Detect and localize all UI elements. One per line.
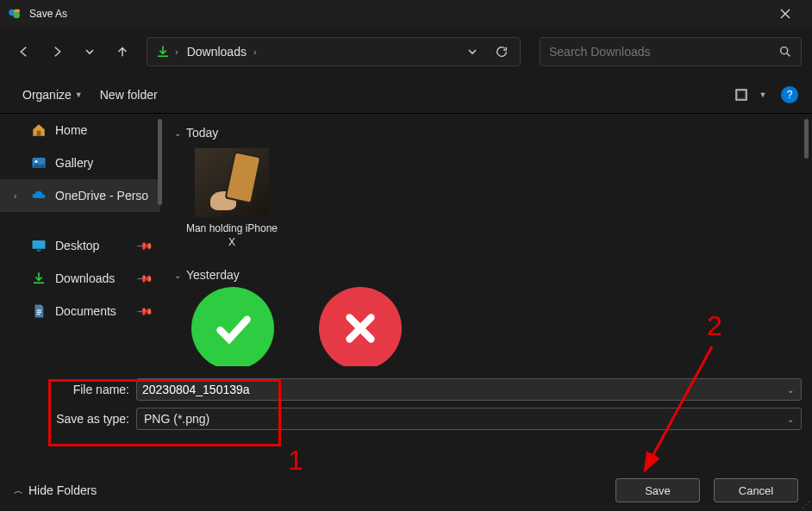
pin-icon: 📌 [136,270,154,288]
sidebar-label: Documents [55,304,116,318]
new-folder-button[interactable]: New folder [91,83,166,107]
svg-rect-10 [33,240,46,249]
content-scrollbar[interactable] [804,119,809,159]
new-folder-label: New folder [100,88,158,102]
chevron-right-icon: › [253,47,257,57]
chevron-right-icon[interactable]: › [14,191,16,201]
downloads-location-icon [151,40,175,64]
breadcrumb-current[interactable]: Downloads [187,45,247,59]
chevron-down-icon: ▼ [759,90,767,99]
filename-field-wrap[interactable]: ⌄ [136,378,802,401]
group-header-today[interactable]: ⌄ Today [174,121,798,148]
organize-label: Organize [22,88,72,102]
view-dropdown[interactable]: ▼ [755,81,771,109]
save-button[interactable]: Save [615,478,700,502]
dialog-footer: ︿ Hide Folders Save Cancel [0,470,812,511]
file-thumbnail [195,148,269,217]
forward-button[interactable] [43,38,71,65]
close-button[interactable] [765,0,805,28]
app-icon [7,6,22,22]
navigation-bar: › Downloads › [0,28,812,76]
chevron-down-icon: ⌄ [787,414,794,424]
file-list: ⌄ Today Man holding iPhone X ⌄ Yesterday [160,114,812,366]
filename-label: File name: [10,383,136,396]
refresh-button[interactable] [487,39,516,65]
svg-rect-13 [37,312,41,313]
help-button[interactable]: ? [781,86,798,103]
desktop-icon [31,238,47,253]
search-box[interactable] [540,37,802,66]
svg-point-9 [35,160,38,163]
window-title: Save As [29,8,765,20]
chevron-down-icon: ⌄ [174,271,181,280]
back-button[interactable] [10,38,38,65]
sidebar-label: OneDrive - Perso [55,189,148,203]
documents-icon [31,303,47,319]
gallery-icon [31,155,47,171]
group-label: Today [186,126,218,140]
file-name: Man holding iPhone X [184,222,279,249]
chevron-down-icon: ▼ [75,90,83,99]
hide-folders-label: Hide Folders [28,483,97,497]
title-bar: Save As [0,0,812,28]
save-form: File name: ⌄ Save as type: PNG (*.png) ⌄ [0,366,812,442]
filename-input[interactable] [142,383,785,396]
chevron-up-icon: ︿ [14,484,23,497]
svg-point-3 [781,47,788,54]
svg-rect-14 [37,314,41,315]
organize-menu[interactable]: Organize ▼ [14,83,91,107]
breadcrumb[interactable]: Downloads › [178,45,458,59]
file-item[interactable] [191,287,274,366]
sidebar-label: Gallery [55,156,93,170]
svg-rect-7 [37,131,41,136]
downloads-icon [31,271,47,286]
svg-rect-2 [14,9,20,13]
up-button[interactable] [109,38,136,65]
navigation-pane: Home Gallery › OneDrive - Perso Desktop … [0,114,160,366]
recent-dropdown[interactable] [76,38,103,65]
chevron-down-icon[interactable]: ⌄ [785,385,796,395]
sidebar-item-home[interactable]: Home [0,114,160,146]
address-bar[interactable]: › Downloads › [147,37,521,66]
pin-icon: 📌 [136,302,154,321]
resize-grip[interactable]: ⋰ [802,500,810,509]
sidebar-item-documents[interactable]: Documents 📌 [0,295,160,327]
sidebar-item-desktop[interactable]: Desktop 📌 [0,229,160,262]
file-item[interactable]: Man holding iPhone X [184,148,279,249]
sidebar-item-gallery[interactable]: Gallery [0,146,160,179]
sidebar-item-downloads[interactable]: Downloads 📌 [0,262,160,295]
chevron-down-icon: ⌄ [174,128,181,138]
cancel-button[interactable]: Cancel [714,478,798,502]
filetype-label: Save as type: [10,412,136,426]
filetype-value: PNG (*.png) [144,412,209,426]
svg-point-1 [14,12,21,19]
group-label: Yesterday [186,268,240,282]
command-bar: Organize ▼ New folder ▼ ? [0,76,812,114]
home-icon [31,122,47,138]
sidebar-label: Desktop [55,239,99,252]
onedrive-icon [31,188,47,203]
pin-icon: 📌 [136,237,154,255]
filetype-select[interactable]: PNG (*.png) ⌄ [136,408,802,430]
hide-folders-toggle[interactable]: ︿ Hide Folders [14,483,97,497]
view-mode-button[interactable] [728,81,755,109]
sidebar-label: Downloads [55,271,115,285]
group-header-yesterday[interactable]: ⌄ Yesterday [174,263,798,290]
search-icon [778,45,792,59]
main-panel: Home Gallery › OneDrive - Perso Desktop … [0,114,812,366]
svg-rect-6 [738,91,745,98]
search-input[interactable] [549,45,778,59]
svg-rect-12 [37,310,41,311]
address-dropdown[interactable] [458,39,487,65]
sidebar-label: Home [55,123,87,137]
sidebar-item-onedrive[interactable]: › OneDrive - Perso [0,179,160,212]
svg-rect-11 [37,250,41,252]
file-item[interactable] [319,287,402,366]
